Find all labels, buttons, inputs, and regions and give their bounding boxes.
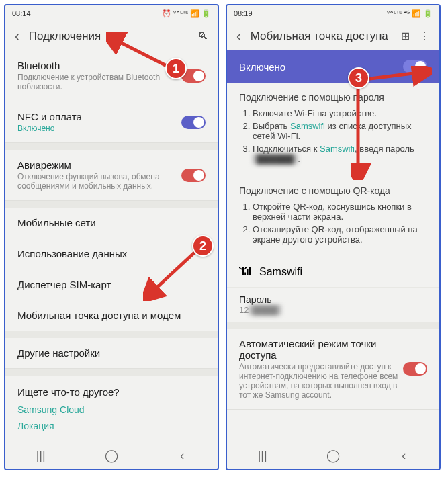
item-auto-hotspot[interactable]: Автоматический режим точки доступа Автом… [227,329,439,410]
item-airplane[interactable]: Авиарежим Отключение функций вызова, обм… [5,150,218,201]
toggle-airplane[interactable] [181,169,206,182]
toggle-auto-hotspot[interactable] [403,362,427,376]
item-sub: Подключение к устройствам Bluetooth побл… [17,73,181,91]
status-time: 08:14 [12,9,31,17]
item-mobile-networks[interactable]: Мобильные сети [5,208,218,238]
section-title: Подключение с помощью QR-кода [239,185,427,196]
qr-step-2: Отсканируйте QR-код, отображенный на экр… [253,224,427,245]
back-button[interactable]: ‹ [169,449,195,463]
qr-icon[interactable]: ⊞ [401,30,410,42]
item-title: Авиарежим [17,159,181,171]
header: ‹ Подключения 🔍︎ [5,21,218,50]
step-2: Выбрать Samswifi из списка доступных сет… [253,121,427,141]
hotspot-name-row[interactable]: 📶︎ Samswifi [227,257,439,287]
item-title: Другие настройки [17,347,100,359]
nav-bar: ||| ◯ ‹ [5,442,218,469]
home-button[interactable]: ◯ [98,448,125,463]
field-label: Пароль [239,294,427,305]
item-other-settings[interactable]: Другие настройки [5,338,218,369]
header-title: Подключения [29,30,188,43]
recents-button[interactable]: ||| [28,449,54,463]
item-sub: Автоматически предоставляйте доступ к ин… [239,362,403,400]
item-title: Bluetooth [17,60,181,71]
item-title: NFC и оплата [17,111,181,122]
status-icons: ⏰ ᵛᵒᴸᵀᴱ 📶 🔋 [162,9,211,18]
callout-3: 3 [348,67,369,89]
enabled-label: Включено [239,61,285,73]
status-time: 08:19 [234,9,253,17]
item-sim-manager[interactable]: Диспетчер SIM-карт [5,269,218,300]
back-icon[interactable]: ‹ [236,28,241,44]
callout-2: 2 [192,235,214,257]
home-button[interactable]: ◯ [320,448,347,463]
hotspot-content: Подключение с помощью пароля Включите Wi… [227,83,439,442]
item-title: Мобильные сети [17,217,96,228]
step-1: Включите Wi-Fi на устройстве. [253,108,427,118]
header-title: Мобильная точка доступа [251,30,392,43]
link-samsung-cloud[interactable]: Samsung Cloud [17,404,206,415]
recents-button[interactable]: ||| [249,449,276,463]
status-icons: ᵛᵒᴸᵀᴱ ⁴ᴳ 📶 🔋 [387,9,433,18]
status-bar: 08:14 ⏰ ᵛᵒᴸᵀᴱ 📶 🔋 [5,5,218,21]
qr-step-1: Откройте QR-код, коснувшись кнопки в вер… [253,202,427,222]
hotspot-name: Samswifi [259,266,302,278]
footer-section: Ищете что-то другое? Samsung Cloud Локац… [5,376,218,442]
item-sub: Включено [17,124,181,133]
footer-title: Ищете что-то другое? [17,386,206,398]
password-field[interactable]: Пароль 12████ [227,288,439,322]
settings-list: Bluetooth Подключение к устройствам Blue… [5,50,218,442]
search-icon[interactable]: 🔍︎ [197,30,208,42]
hotspot-icon: 📶︎ [239,265,251,279]
phone-connections: 08:14 ⏰ ᵛᵒᴸᵀᴱ 📶 🔋 ‹ Подключения 🔍︎ Bluet… [4,4,219,470]
item-hotspot-tethering[interactable]: Мобильная точка доступа и модем [5,300,218,331]
item-nfc[interactable]: NFC и оплата Включено [5,101,218,143]
enabled-bar: Включено [227,50,439,83]
password-instructions: Подключение с помощью пароля Включите Wi… [227,83,439,176]
toggle-hotspot-enabled[interactable] [403,60,427,73]
item-title: Мобильная точка доступа и модем [17,310,181,321]
back-button[interactable]: ‹ [390,449,417,463]
item-sub: Отключение функций вызова, обмена сообще… [17,172,181,191]
item-data-usage[interactable]: Использование данных [5,238,218,269]
callout-1: 1 [165,58,187,79]
toggle-nfc[interactable] [181,116,206,129]
item-title: Использование данных [17,248,127,259]
phone-hotspot: 08:19 ᵛᵒᴸᵀᴱ ⁴ᴳ 📶 🔋 ‹ Мобильная точка дос… [226,4,441,470]
item-title: Диспетчер SIM-карт [17,279,111,290]
header: ‹ Мобильная точка доступа ⊞ ⋮ [227,21,439,50]
back-icon[interactable]: ‹ [15,28,19,44]
step-3: Подключиться к Samswifi, введя пароль ██… [253,144,427,164]
section-title: Подключение с помощью пароля [239,92,427,103]
nav-bar: ||| ◯ ‹ [227,442,439,469]
qr-instructions: Подключение с помощью QR-кода Откройте Q… [227,176,439,257]
more-icon[interactable]: ⋮ [419,30,430,42]
item-title: Автоматический режим точки доступа [239,338,403,361]
link-location[interactable]: Локация [17,421,206,431]
status-bar: 08:19 ᵛᵒᴸᵀᴱ ⁴ᴳ 📶 🔋 [227,5,439,21]
